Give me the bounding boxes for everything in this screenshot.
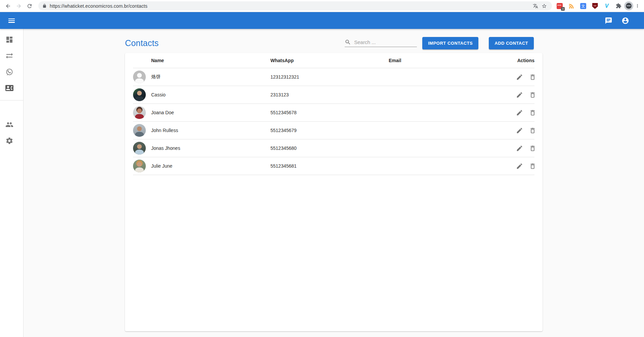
contact-name: Julie June [151, 163, 270, 169]
edit-pencil-icon [516, 145, 523, 152]
delete-contact-button[interactable] [527, 125, 538, 135]
hamburger-icon [8, 18, 15, 23]
main-content: Contacts IMPORT CONTACTS ADD CONTACT Nam… [24, 29, 644, 337]
person-silhouette-icon [133, 142, 146, 155]
contact-avatar [133, 71, 146, 83]
delete-trash-icon [529, 91, 536, 98]
appbar-actions [602, 14, 639, 27]
person-silhouette-icon [133, 106, 146, 119]
delete-trash-icon [529, 74, 536, 81]
delete-trash-icon [529, 145, 536, 152]
search-box [345, 39, 417, 47]
contact-avatar [133, 106, 146, 119]
forward-button[interactable] [14, 1, 24, 11]
extensions-area: 3 文 UO V [556, 2, 622, 10]
sidebar-item-settings[interactable] [0, 133, 23, 149]
contact-name: Cassio [151, 92, 270, 97]
edit-contact-button[interactable] [514, 108, 524, 118]
contact-whatsapp: 5512345678 [270, 110, 389, 115]
edit-contact-button[interactable] [514, 72, 524, 82]
edit-pencil-icon [516, 91, 523, 98]
edit-pencil-icon [516, 109, 523, 116]
sidebar-item-contacts[interactable] [0, 80, 23, 96]
table-row: Julie June 5512345681 [133, 157, 534, 175]
contact-name: John Rulless [151, 128, 270, 133]
delete-trash-icon [529, 109, 536, 116]
delete-trash-icon [529, 127, 536, 134]
delete-contact-button[interactable] [527, 72, 538, 82]
delete-contact-button[interactable] [527, 161, 538, 171]
translate-page-button[interactable] [531, 2, 540, 10]
ublock-extension-icon: UO [592, 3, 598, 9]
sidebar-toggle-button[interactable] [5, 14, 18, 27]
messages-button[interactable] [602, 14, 615, 27]
delete-contact-button[interactable] [527, 90, 538, 100]
app-bar [0, 12, 644, 29]
extension-badge: 3 [561, 7, 565, 11]
search-input[interactable] [354, 39, 417, 45]
table-row: 烙饼 12312312321 [133, 68, 534, 86]
star-icon [542, 3, 547, 9]
contact-whatsapp: 2313123 [270, 92, 389, 97]
page-header: Contacts IMPORT CONTACTS ADD CONTACT [125, 29, 543, 53]
address-bar[interactable]: https://whaticket.economicros.com.br/con… [38, 1, 552, 10]
sidebar-item-tickets[interactable] [0, 64, 23, 80]
vimeo-extension-button[interactable]: V [603, 2, 610, 10]
browser-profile-button[interactable] [624, 1, 633, 10]
account-circle-icon [621, 17, 629, 25]
edit-contact-button[interactable] [514, 143, 524, 153]
edit-pencil-icon [516, 163, 523, 170]
whatsapp-icon [5, 68, 13, 76]
reload-icon [27, 3, 33, 9]
contact-whatsapp: 5512345679 [270, 128, 389, 133]
sidebar-item-connections[interactable] [0, 48, 23, 64]
extensions-puzzle-button[interactable] [615, 2, 622, 10]
settings-icon [5, 137, 13, 145]
delete-contact-button[interactable] [527, 108, 538, 118]
lock-icon [42, 4, 47, 8]
translate-extension-icon: 文 [580, 3, 586, 9]
delete-trash-icon [529, 163, 536, 170]
delete-contact-button[interactable] [527, 143, 538, 153]
edit-contact-button[interactable] [514, 161, 524, 171]
translate-extension-button[interactable]: 文 [579, 2, 587, 10]
back-button[interactable] [3, 1, 13, 11]
ublock-extension-button[interactable]: UO [591, 2, 599, 10]
add-contact-button[interactable]: ADD CONTACT [489, 37, 534, 49]
contacts-table-card: Name WhatsApp Email Actions [125, 53, 543, 331]
contact-name: 烙饼 [151, 74, 270, 80]
browser-menu-button[interactable] [633, 1, 641, 11]
import-contacts-button[interactable]: IMPORT CONTACTS [422, 37, 478, 49]
rss-extension-button[interactable] [568, 2, 575, 10]
forward-icon [16, 3, 22, 9]
contact-whatsapp: 5512345680 [270, 145, 389, 151]
edit-contact-button[interactable] [514, 90, 524, 100]
header-actions: IMPORT CONTACTS ADD CONTACT [345, 37, 543, 49]
account-menu-button[interactable] [618, 14, 632, 27]
dashboard-icon [5, 36, 13, 44]
contact-avatar [133, 88, 146, 101]
column-header-email: Email [389, 58, 514, 63]
bookmark-star-button[interactable] [540, 2, 549, 10]
table-row: Cassio 2313123 [133, 86, 534, 104]
sidebar-item-dashboard[interactable] [0, 32, 23, 48]
contact-avatar [133, 160, 146, 172]
column-header-whatsapp: WhatsApp [270, 58, 389, 63]
contact-whatsapp: 5512345681 [270, 163, 389, 169]
profile-avatar [626, 3, 632, 9]
red-extension-button[interactable]: 3 [556, 2, 563, 10]
users-icon [5, 121, 13, 129]
table-row: Jonas Jhones 5512345680 [133, 139, 534, 157]
sidebar-item-users[interactable] [0, 117, 23, 133]
puzzle-extension-icon [616, 3, 621, 9]
edit-contact-button[interactable] [514, 125, 524, 135]
person-silhouette-icon [133, 160, 146, 172]
browser-toolbar: https://whaticket.economicros.com.br/con… [0, 0, 644, 12]
reload-button[interactable] [25, 1, 34, 11]
table-header-row: Name WhatsApp Email Actions [133, 53, 534, 68]
rss-extension-icon [568, 3, 574, 9]
translate-page-icon [533, 3, 538, 9]
column-header-name: Name [151, 58, 270, 63]
chat-icon [605, 17, 612, 25]
contacts-icon [5, 84, 13, 92]
